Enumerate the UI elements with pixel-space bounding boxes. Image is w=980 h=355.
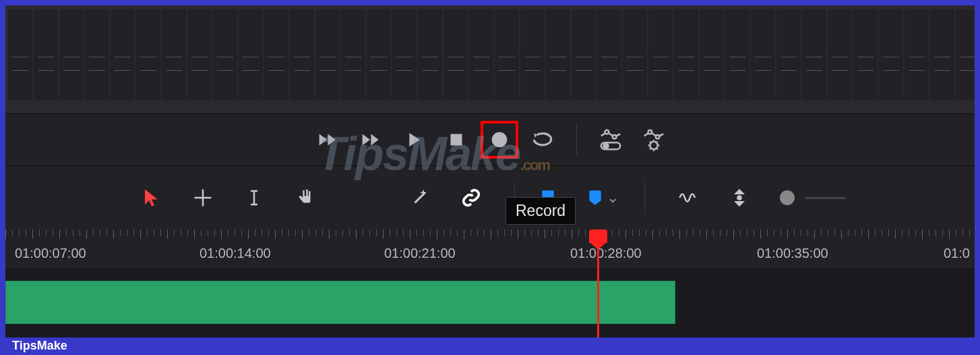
clip-segment[interactable] [5,281,675,324]
fader-slot[interactable] [8,9,32,100]
fader-slot[interactable] [162,9,186,100]
razor-tool-button[interactable] [402,180,437,215]
fader-slot[interactable] [290,9,314,100]
svg-point-3 [612,135,616,139]
waveform-view-button[interactable] [671,180,706,215]
stop-icon [445,128,468,151]
stop-button[interactable] [437,121,475,159]
fader-slot[interactable] [674,9,698,100]
fader-slot[interactable] [700,9,724,100]
svg-rect-0 [450,134,462,146]
svg-point-1 [491,132,507,148]
selection-tool-button[interactable] [134,180,169,215]
fader-slot[interactable] [264,9,288,100]
zoom-slider-track [805,197,846,199]
editing-toolbar: ⌄ ⌄ Record [5,166,975,229]
fader-slot[interactable] [905,9,929,100]
timecode-label: 01:00:21:00 [384,246,456,261]
play-icon [402,128,425,151]
fader-slot[interactable] [648,9,673,100]
timeline-ruler[interactable]: 01:00:07:0001:00:14:0001:00:21:0001:00:2… [5,229,975,267]
expand-button[interactable] [722,180,757,215]
transport-toolbar [5,113,975,166]
app-window: ⌄ ⌄ Record 01:00:07:0001:00:14:0001:00:2… [5,5,975,337]
fader-slot[interactable] [853,9,878,100]
marker-icon [588,189,603,207]
text-tool-button[interactable] [237,180,272,215]
fader-slot[interactable] [111,9,135,100]
zoom-slider[interactable] [780,190,846,205]
marker-dropdown[interactable]: ⌄ [588,189,619,207]
playhead[interactable] [597,231,599,337]
fader-slot[interactable] [623,9,647,100]
fader-slot[interactable] [85,9,109,100]
pointer-icon [142,188,162,208]
loop-button[interactable] [524,121,561,159]
fader-slot[interactable] [520,9,545,100]
fader-slot[interactable] [546,9,570,100]
mixer-fader-row [5,5,975,113]
expand-vertical-icon [729,188,749,208]
fader-slot[interactable] [213,9,237,100]
divider [576,124,577,156]
fader-slot[interactable] [879,9,903,100]
hand-tool-button[interactable] [288,180,323,215]
fader-slot[interactable] [34,9,58,100]
fader-slot[interactable] [751,9,775,100]
fader-slot[interactable] [418,9,442,100]
automation-settings-icon [642,128,665,151]
fader-slot[interactable] [802,9,826,100]
link-icon [461,188,481,208]
fader-slot[interactable] [239,9,263,100]
timecode-label: 01:0 [944,246,970,261]
fader-slot[interactable] [776,9,801,100]
trim-tool-button[interactable] [185,180,220,215]
loop-icon [531,128,554,151]
svg-point-2 [605,130,609,134]
fast-forward-button[interactable] [351,121,389,159]
fader-slot[interactable] [367,9,391,100]
svg-point-7 [655,135,659,139]
hand-icon [295,188,315,208]
rewind-button[interactable] [308,121,346,159]
automation-toggle-icon [599,128,622,151]
wand-icon [410,188,430,208]
track-lane [5,281,975,324]
fader-slot[interactable] [828,9,852,100]
rewind-icon [315,128,338,151]
fader-slot[interactable] [469,9,493,100]
fader-slot[interactable] [59,9,84,100]
fader-slot[interactable] [956,9,975,100]
fader-slot[interactable] [341,9,365,100]
automation-settings-button[interactable] [635,121,673,159]
record-icon [488,128,511,151]
fader-slot[interactable] [572,9,596,100]
link-tool-button[interactable] [454,180,489,215]
zoom-slider-handle[interactable] [780,190,795,205]
svg-point-5 [603,144,608,148]
timecode-label: 01:00:07:00 [15,246,86,261]
fader-slot[interactable] [930,9,954,100]
fader-slot[interactable] [495,9,519,100]
fader-slot[interactable] [187,9,212,100]
fader-slot[interactable] [392,9,417,100]
fader-slot[interactable] [597,9,621,100]
record-button[interactable] [481,121,518,159]
svg-point-6 [648,130,652,134]
automation-toggle-button[interactable] [592,121,630,159]
svg-point-8 [650,142,657,149]
svg-point-13 [738,196,741,200]
ibeam-icon [244,188,264,208]
crosshair-icon [193,188,213,208]
fader-slot[interactable] [136,9,160,100]
waveform-icon [678,188,698,208]
timeline[interactable]: 01:00:07:0001:00:14:0001:00:21:0001:00:2… [5,229,975,337]
fader-slot[interactable] [443,9,468,100]
play-button[interactable] [394,121,432,159]
fader-slot[interactable] [725,9,749,100]
record-tooltip: Record [506,197,576,225]
timecode-label: 01:00:35:00 [757,246,828,261]
footer-label: TipsMake [12,339,67,353]
timecode-label: 01:00:14:00 [200,246,271,261]
fader-slot[interactable] [315,9,340,100]
